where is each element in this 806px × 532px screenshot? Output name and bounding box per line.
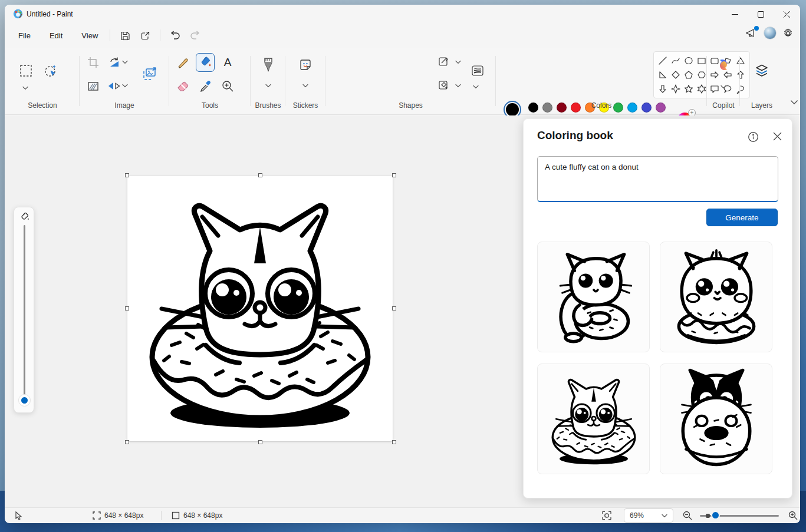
selection-handle-sw[interactable]	[125, 440, 129, 444]
smart-select-icon[interactable]	[42, 62, 60, 80]
shape-fill-icon[interactable]	[436, 77, 452, 92]
ribbon-section-copilot: Copilot	[707, 48, 740, 114]
rotate-icon[interactable]	[106, 54, 123, 71]
zoom-in-button[interactable]	[788, 508, 798, 523]
fit-to-window-button[interactable]	[602, 508, 611, 523]
zoom-level-dropdown[interactable]: 69%	[624, 508, 673, 523]
canvas[interactable]	[127, 176, 393, 441]
stroke-thickness-icon[interactable]	[469, 62, 486, 80]
canvas-size-icon	[172, 511, 180, 520]
selection-size-icon	[93, 511, 101, 520]
maximize-button[interactable]	[748, 5, 774, 23]
collapse-ribbon-chevron-icon[interactable]	[791, 99, 798, 105]
chevron-down-icon[interactable]	[455, 60, 461, 64]
brush-icon[interactable]	[259, 56, 277, 74]
menubar: FileEditView	[5, 23, 800, 48]
notification-badge	[754, 26, 759, 31]
selection-handle-nw[interactable]	[125, 173, 129, 177]
fill-tolerance-flyout	[14, 207, 34, 413]
divider	[110, 29, 110, 41]
chevron-down-icon[interactable]	[302, 83, 308, 88]
tolerance-slider-track[interactable]	[24, 225, 25, 396]
menu-item-edit[interactable]: Edit	[42, 28, 70, 44]
sticker-icon[interactable]	[297, 56, 314, 74]
undo-button[interactable]	[165, 27, 185, 44]
text-tool-icon[interactable]: A	[219, 54, 236, 71]
resize-image-icon[interactable]	[141, 65, 159, 83]
minimize-button[interactable]	[722, 5, 748, 23]
menu-item-view[interactable]: View	[74, 28, 105, 44]
section-label: Tools	[169, 101, 251, 110]
shape-outline-icon[interactable]	[436, 54, 452, 69]
settings-gear-icon[interactable]	[782, 28, 794, 39]
chevron-down-icon[interactable]	[455, 83, 461, 88]
ribbon-section-colors: + Colors	[496, 48, 707, 114]
paint-app-icon	[13, 9, 23, 19]
pencil-tool-icon[interactable]	[174, 54, 192, 71]
ribbon-section-brushes: Brushes	[251, 48, 285, 114]
cursor-position-indicator	[15, 508, 22, 523]
selection-handle-e[interactable]	[392, 306, 396, 310]
chevron-down-icon[interactable]	[22, 85, 28, 90]
fill-bucket-icon	[19, 212, 30, 223]
zoom-slider-min-mark	[706, 514, 710, 518]
prompt-input[interactable]: A cute fluffy cat on a donut	[537, 156, 778, 202]
generated-thumbnail-1[interactable]	[537, 242, 650, 352]
generated-thumbnail-3[interactable]	[537, 364, 650, 474]
flip-icon[interactable]	[106, 77, 123, 95]
divider	[161, 511, 162, 520]
fill-tool-icon[interactable]	[196, 54, 214, 71]
ribbon-section-shapes: Shapes	[325, 48, 496, 114]
coloring-book-panel: Coloring book A cute fluffy cat on a don…	[523, 118, 792, 498]
layers-icon[interactable]	[753, 62, 771, 80]
generate-button[interactable]: Generate	[706, 209, 778, 226]
canvas-size-indicator: 648 × 648px	[172, 508, 222, 523]
panel-close-icon[interactable]	[772, 131, 784, 143]
user-avatar[interactable]	[764, 27, 777, 39]
selection-handle-se[interactable]	[392, 440, 396, 444]
color-picker-tool-icon[interactable]	[196, 77, 214, 95]
canvas-artwork-cat-donut	[127, 176, 393, 441]
magnifier-tool-icon[interactable]	[219, 77, 236, 95]
section-label: Selection	[5, 101, 80, 110]
ribbon-section-tools: A Tools	[169, 48, 251, 114]
rectangle-select-icon[interactable]	[17, 62, 35, 80]
section-label: Colors	[496, 101, 707, 110]
copilot-icon[interactable]	[715, 56, 732, 74]
selection-handle-ne[interactable]	[392, 173, 396, 177]
zoom-out-button[interactable]	[683, 508, 692, 523]
generated-thumbnail-4[interactable]	[660, 364, 772, 474]
selection-handle-s[interactable]	[258, 440, 262, 444]
crop-icon[interactable]	[84, 54, 102, 71]
section-label: Brushes	[251, 101, 285, 110]
eraser-tool-icon[interactable]	[174, 77, 192, 95]
selection-handle-n[interactable]	[258, 173, 262, 177]
window-title: Untitled - Paint	[27, 10, 73, 18]
chevron-down-icon[interactable]	[265, 83, 271, 88]
tolerance-slider-thumb[interactable]	[18, 394, 31, 407]
chevron-down-icon[interactable]	[122, 83, 128, 88]
chevron-down-icon[interactable]	[721, 84, 726, 89]
ribbon: Selection	[5, 48, 800, 115]
section-label: Shapes	[325, 101, 496, 110]
dither-pattern-icon[interactable]	[84, 77, 102, 95]
ribbon-section-stickers: Stickers	[285, 48, 325, 114]
share-button[interactable]	[135, 27, 155, 44]
section-label: Copilot	[707, 101, 740, 110]
announcements-icon[interactable]	[746, 28, 758, 38]
section-label: Image	[80, 101, 169, 110]
save-button[interactable]	[115, 27, 135, 44]
chevron-down-icon[interactable]	[122, 60, 128, 64]
selection-handle-w[interactable]	[125, 306, 129, 310]
section-label: Stickers	[285, 101, 325, 110]
section-label: Layers	[740, 101, 784, 110]
chevron-down-icon[interactable]	[473, 84, 479, 89]
menu-item-file[interactable]: File	[11, 28, 38, 44]
statusbar: 648 × 648px 648 × 648px 69%	[5, 507, 800, 523]
zoom-slider-thumb[interactable]	[711, 511, 720, 520]
info-icon[interactable]	[748, 131, 759, 143]
generated-thumbnail-2[interactable]	[660, 242, 772, 352]
selection-size-indicator: 648 × 648px	[93, 508, 143, 523]
close-button[interactable]	[774, 5, 800, 23]
redo-button[interactable]	[185, 27, 205, 44]
